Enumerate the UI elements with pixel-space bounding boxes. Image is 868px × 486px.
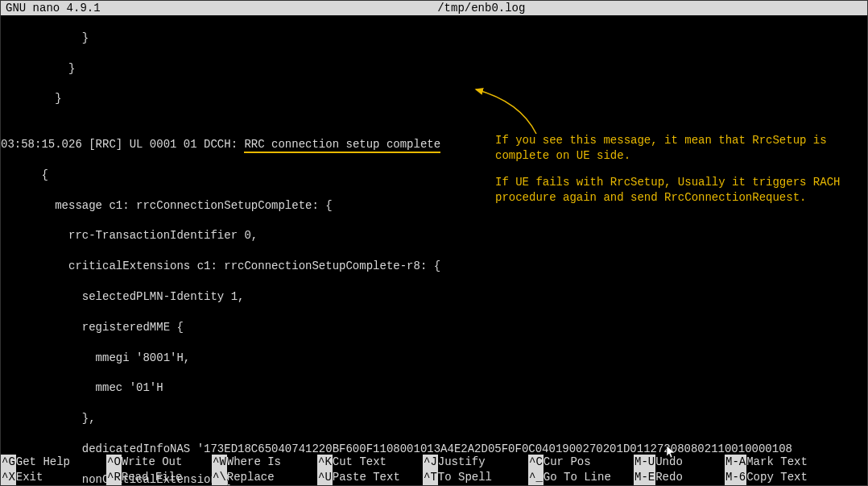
shortcut-redo[interactable]: M-E Redo xyxy=(634,470,725,485)
mouse-cursor-icon xyxy=(666,445,677,466)
annotation-text: If you see this message, it mean that Rr… xyxy=(495,133,849,206)
code-line: criticalExtensions c1: rrcConnectionSetu… xyxy=(1,259,867,274)
shortcut-paste-text[interactable]: ^U Paste Text xyxy=(317,470,423,485)
shortcut-to-spell[interactable]: ^T To Spell xyxy=(423,470,528,485)
nano-shortcut-bar: ^G Get Help ^O Write Out ^W Where Is ^K … xyxy=(1,455,867,485)
code-line: selectedPLMN-Identity 1, xyxy=(1,289,867,305)
shortcut-go-to-line[interactable]: ^_ Go To Line xyxy=(528,470,634,485)
editor-content[interactable]: } } } 03:58:15.026 [RRC] UL 0001 01 DCCH… xyxy=(1,15,867,486)
code-line: } xyxy=(1,31,867,46)
shortcut-where-is[interactable]: ^W Where Is xyxy=(212,455,317,470)
shortcut-mark-text[interactable]: M-A Mark Text xyxy=(725,455,830,470)
code-line: } xyxy=(1,61,867,77)
shortcut-justify[interactable]: ^J Justify xyxy=(423,455,528,470)
shortcut-replace[interactable]: ^\ Replace xyxy=(212,470,317,485)
shortcut-copy-text[interactable]: M-6 Copy Text xyxy=(725,470,830,485)
shortcut-row-2: ^X Exit ^R Read File ^\ Replace ^U Paste… xyxy=(1,470,867,485)
highlighted-message: RRC connection setup complete xyxy=(244,138,440,153)
shortcut-write-out[interactable]: ^O Write Out xyxy=(106,455,212,470)
shortcut-cut-text[interactable]: ^K Cut Text xyxy=(317,455,423,470)
code-line: mmegi '8001'H, xyxy=(1,351,867,366)
shortcut-get-help[interactable]: ^G Get Help xyxy=(1,455,106,470)
code-line: }, xyxy=(1,411,867,426)
code-line: mmec '01'H xyxy=(1,380,867,396)
shortcut-row-1: ^G Get Help ^O Write Out ^W Where Is ^K … xyxy=(1,455,867,470)
shortcut-cur-pos[interactable]: ^C Cur Pos xyxy=(528,455,634,470)
nano-header: GNU nano 4.9.1 /tmp/enb0.log xyxy=(1,1,867,15)
shortcut-undo[interactable]: M-U Undo xyxy=(634,455,725,470)
code-line: registeredMME { xyxy=(1,320,867,335)
shortcut-read-file[interactable]: ^R Read File xyxy=(106,470,212,485)
app-version: GNU nano 4.9.1 xyxy=(6,1,101,16)
file-path: /tmp/enb0.log xyxy=(101,1,862,16)
code-line: } xyxy=(1,91,867,106)
code-line: rrc-TransactionIdentifier 0, xyxy=(1,228,867,243)
shortcut-exit[interactable]: ^X Exit xyxy=(1,470,106,485)
